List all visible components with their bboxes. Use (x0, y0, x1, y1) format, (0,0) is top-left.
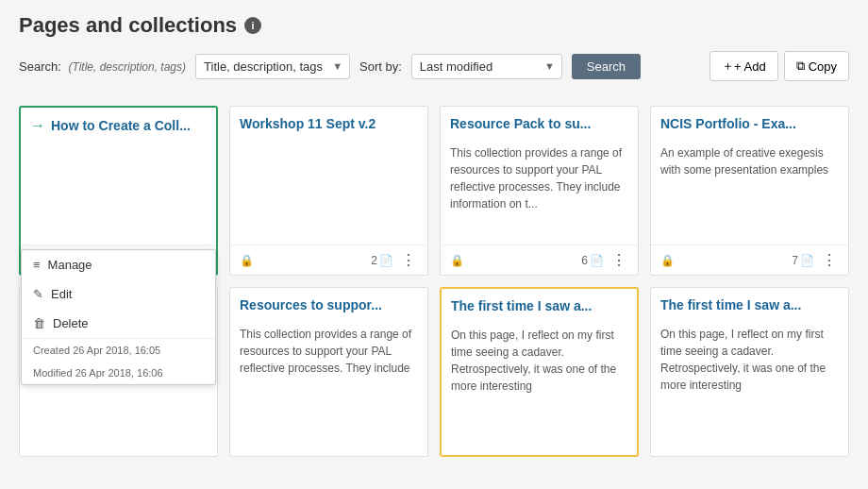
search-button[interactable]: Search (572, 54, 641, 79)
sort-label: Sort by: (359, 59, 402, 74)
card-1: → How to Create a Coll... 🔒 2 📄 ▼ (19, 106, 218, 276)
card-3-pages: 6 📄 (581, 254, 604, 267)
page-title: Pages and collections (19, 13, 237, 38)
dropdown-delete[interactable]: 🗑 Delete (22, 309, 215, 338)
add-button[interactable]: ＋ + Add (709, 51, 778, 81)
pages-icon-2: 📄 (379, 254, 393, 267)
lock-icon-3: 🔒 (450, 254, 464, 267)
card-4-link[interactable]: NCIS Portfolio - Exa... (660, 116, 796, 131)
card-3-footer: 🔒 6 📄 ⋮ (441, 244, 638, 275)
card-4-footer: 🔒 7 📄 ⋮ (651, 244, 848, 275)
card-8-body: On this page, I reflect on my first time… (651, 320, 848, 456)
card-container-8: The first time I saw a... On this page, … (650, 287, 849, 457)
card-4-body: An example of creative exegesis with som… (651, 139, 848, 244)
card-2-link[interactable]: Workshop 11 Sept v.2 (240, 116, 376, 131)
card-1-title[interactable]: → How to Create a Coll... (21, 108, 216, 142)
card-4-footer-right: 7 📄 ⋮ (792, 251, 839, 269)
card-2-footer-right: 2 📄 ⋮ (371, 251, 418, 269)
card-container-2: Workshop 11 Sept v.2 🔒 2 📄 ⋮ (229, 106, 428, 276)
card-2-menu-button[interactable]: ⋮ (399, 251, 418, 269)
card-2: Workshop 11 Sept v.2 🔒 2 📄 ⋮ (229, 106, 428, 276)
card-7-link[interactable]: The first time I saw a... (451, 298, 592, 313)
card-8-link[interactable]: The first time I saw a... (660, 297, 801, 312)
card-3-title[interactable]: Resource Pack to su... (441, 107, 638, 139)
pages-icon-3: 📄 (590, 254, 604, 267)
action-buttons: ＋ + Add ⧉ Copy (709, 51, 849, 81)
card-4-footer-left: 🔒 (660, 254, 675, 267)
lock-icon-2: 🔒 (240, 254, 254, 267)
card-container-1: → How to Create a Coll... 🔒 2 📄 ▼ (19, 106, 218, 276)
card-7: The first time I saw a... On this page, … (440, 287, 639, 457)
card-3-menu-button[interactable]: ⋮ (609, 251, 628, 269)
card-2-footer-left: 🔒 (240, 254, 254, 267)
card-6-link[interactable]: Resources to suppor... (240, 297, 382, 312)
card-6: Resources to suppor... This collection p… (229, 287, 428, 457)
card-8: The first time I saw a... On this page, … (650, 287, 849, 457)
card-1-body (21, 142, 216, 244)
card-container-3: Resource Pack to su... This collection p… (440, 106, 639, 276)
card-4-title[interactable]: NCIS Portfolio - Exa... (651, 107, 848, 139)
cards-row-1: → How to Create a Coll... 🔒 2 📄 ▼ (19, 106, 849, 276)
card-2-pages: 2 📄 (371, 254, 393, 267)
lock-icon-4: 🔒 (660, 254, 675, 267)
sort-select[interactable]: Last modified Date created Title Owner (411, 54, 562, 79)
card-3-footer-right: 6 📄 ⋮ (581, 251, 628, 269)
search-hint: (Title, description, tags) (68, 60, 186, 74)
dropdown-edit[interactable]: ✎ Edit (22, 279, 215, 309)
copy-button[interactable]: ⧉ Copy (784, 51, 849, 81)
trash-icon: 🗑 (33, 316, 45, 330)
info-icon[interactable]: i (244, 17, 261, 34)
dropdown-created: Created 26 Apr 2018, 16:05 (22, 339, 215, 362)
card-container-7: The first time I saw a... On this page, … (440, 287, 639, 457)
search-label: Search: (Title, description, tags) (19, 59, 186, 74)
list-icon: ≡ (33, 258, 41, 272)
card-6-body: This collection provides a range of reso… (230, 320, 427, 456)
card-3-footer-left: 🔒 (450, 254, 464, 267)
card-7-body: On this page, I reflect on my first time… (442, 321, 637, 455)
search-field-select[interactable]: Title, description, tags (195, 54, 350, 79)
copy-icon: ⧉ (796, 59, 805, 74)
plus-icon: ＋ (722, 58, 734, 75)
card-1-link[interactable]: How to Create a Coll... (51, 118, 191, 133)
card-4-pages: 7 📄 (792, 254, 814, 267)
cards-area: → How to Create a Coll... 🔒 2 📄 ▼ (0, 91, 868, 472)
dropdown-modified: Modified 26 Apr 2018, 16:06 (22, 362, 215, 384)
top-bar: Pages and collections i Search: (Title, … (0, 0, 868, 91)
card-7-title[interactable]: The first time I saw a... (442, 289, 637, 321)
dropdown-manage[interactable]: ≡ Manage (22, 250, 215, 279)
arrow-right-icon: → (30, 117, 45, 134)
card-container-6: Resources to suppor... This collection p… (229, 287, 428, 457)
card-3-body: This collection provides a range of reso… (441, 139, 638, 244)
pages-icon-4: 📄 (800, 254, 814, 267)
card-2-body (230, 139, 427, 244)
card-3-link[interactable]: Resource Pack to su... (450, 116, 591, 131)
card-2-footer: 🔒 2 📄 ⋮ (230, 244, 427, 275)
card-3: Resource Pack to su... This collection p… (440, 106, 639, 276)
card-4: NCIS Portfolio - Exa... An example of cr… (650, 106, 849, 276)
card-4-menu-button[interactable]: ⋮ (820, 251, 839, 269)
card-8-title[interactable]: The first time I saw a... (651, 288, 848, 320)
pencil-icon: ✎ (33, 287, 43, 301)
card-6-title[interactable]: Resources to suppor... (230, 288, 427, 320)
card-2-title[interactable]: Workshop 11 Sept v.2 (230, 107, 427, 139)
card-1-dropdown: ≡ Manage ✎ Edit 🗑 Delete Created 26 Apr … (21, 249, 216, 385)
card-container-4: NCIS Portfolio - Exa... An example of cr… (650, 106, 849, 276)
